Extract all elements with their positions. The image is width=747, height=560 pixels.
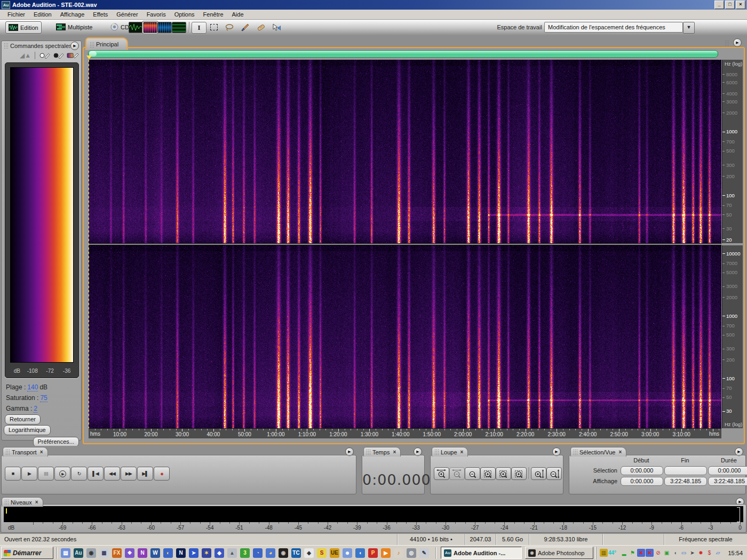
zoom-out-horizontally-button[interactable] (449, 467, 465, 480)
start-button[interactable]: Démarrer (1, 547, 53, 559)
updater-icon[interactable]: ▣ (663, 549, 671, 557)
mozilla-icon[interactable]: ◔ (253, 548, 263, 558)
play-from-cursor-button[interactable]: ▶ (54, 467, 70, 481)
photoshop-icon[interactable]: ◉ (279, 548, 288, 558)
selection-duration-field[interactable]: 0:00.000 (708, 466, 747, 475)
display-settings-icon[interactable]: ▭ (680, 549, 688, 557)
viewer-icon[interactable]: ▲ (227, 548, 237, 558)
mozilla-suite-icon[interactable]: ◕ (266, 548, 275, 558)
ultraedit-icon[interactable]: UE (330, 548, 339, 558)
transport-tab[interactable]: Transport × (3, 447, 48, 457)
opera-icon[interactable]: ◖ (355, 548, 365, 558)
spectrogram-area[interactable] (89, 60, 721, 438)
flip-button[interactable]: Retourner (5, 414, 41, 425)
multipiste-mode-button[interactable]: Multipiste (53, 21, 95, 33)
spectral-frequency-view-button[interactable] (143, 22, 157, 33)
task-button-photoshop[interactable]: ◉ Adobe Photoshop (525, 547, 593, 559)
horizontal-navigator-bar[interactable] (88, 50, 718, 58)
niveaux-tab[interactable]: Niveaux × (2, 497, 43, 507)
minimize-button[interactable]: _ (714, 1, 724, 9)
frequency-scale-right-channel[interactable]: 1000070005000300020001000700500300200100… (722, 245, 743, 428)
zoom-in-horizontally-button[interactable] (434, 467, 449, 480)
main-panel-menu-button[interactable]: ▶ (733, 38, 742, 47)
currency-icon[interactable]: $ (705, 549, 713, 557)
office-app-icon[interactable]: ❖ (125, 548, 134, 558)
media-center-icon[interactable]: ▶ (381, 548, 391, 558)
messenger-icon[interactable]: ☻ (343, 548, 352, 558)
rfx-icon[interactable]: FX (112, 548, 122, 558)
menu-fichier[interactable]: Fichier (3, 10, 29, 19)
loupe-tab[interactable]: Loupe × (432, 447, 468, 457)
logarithmic-button[interactable]: Logarithmique (4, 425, 51, 435)
go-to-beginning-button[interactable]: ▌◀ (88, 467, 104, 481)
panel-menu-button[interactable]: ▶ (70, 42, 79, 50)
starburst-icon[interactable]: ✶ (202, 548, 211, 558)
selection-start-field[interactable]: 0:00.000 (621, 466, 663, 475)
transport-close-icon[interactable]: × (40, 449, 43, 455)
saturation-value[interactable]: 75 (40, 394, 47, 402)
niveaux-close-icon[interactable]: × (35, 499, 38, 505)
netscape-icon[interactable]: N (176, 548, 186, 558)
menu-fenetre[interactable]: Fenêtre (199, 10, 228, 19)
transport-menu-button[interactable]: ▶ (345, 447, 354, 456)
swatch-pen-black-icon[interactable] (53, 52, 65, 60)
swatch-pen-white-icon[interactable] (39, 52, 51, 60)
spectral-pan-view-button[interactable] (157, 22, 172, 33)
loupe-close-icon[interactable]: × (460, 449, 464, 455)
planet-icon[interactable]: ◐ (163, 548, 173, 558)
marquee-selection-tool-button[interactable] (207, 22, 221, 33)
mouse-settings-icon[interactable]: ◖ (671, 549, 679, 557)
spectral-phase-view-button[interactable] (172, 22, 186, 33)
scrub-tool-button[interactable] (269, 22, 283, 33)
level-meter[interactable] (4, 506, 743, 522)
record-button[interactable]: ● (154, 467, 170, 481)
sbp-icon[interactable]: S (317, 548, 327, 558)
menu-edition[interactable]: Edition (29, 10, 56, 19)
menu-generer[interactable]: Générer (112, 10, 142, 19)
zoom-out-full-button[interactable] (465, 467, 480, 480)
playhead-marker[interactable] (86, 55, 92, 59)
menu-options[interactable]: Options (170, 10, 199, 19)
calculator-icon[interactable]: ▦ (99, 548, 109, 558)
selection-view-tab[interactable]: Sélection/Vue × (570, 447, 626, 457)
range-value[interactable]: 140 (27, 383, 38, 391)
go-to-end-button[interactable]: ▶▌ (137, 467, 153, 481)
network-disconnected-icon-2[interactable]: ✖ (646, 549, 654, 557)
network-disconnected-icon[interactable]: ✖ (637, 549, 645, 557)
winamp-icon[interactable]: ♪ (394, 548, 403, 558)
restore-button[interactable]: □ (725, 1, 735, 9)
loupe-menu-button[interactable]: ▶ (552, 447, 561, 456)
selection-view-menu-button[interactable]: ▶ (735, 447, 743, 456)
zoom-in-right-of-selection-button[interactable] (496, 467, 511, 480)
view-end-field[interactable]: 3:22:48.185 (664, 477, 707, 486)
web-editor-icon[interactable]: 3 (240, 548, 250, 558)
temps-tab[interactable]: Temps × (363, 447, 401, 457)
time-ruler[interactable]: 10:0020:0030:0040:0050:001:00:001:10:001… (89, 428, 721, 438)
antivirus-icon[interactable]: ✹ (697, 549, 705, 557)
selection-end-field[interactable] (664, 466, 707, 475)
view-duration-field[interactable]: 3:22:48.185 (708, 477, 747, 486)
close-button[interactable]: × (736, 1, 745, 9)
zoom-in-vertically-button[interactable] (531, 467, 546, 480)
workspace-select[interactable]: Modification de l'espacement des fréquen… (544, 22, 683, 33)
menu-affichage[interactable]: Affichage (56, 10, 89, 19)
badge-icon[interactable]: ◆ (214, 548, 224, 558)
menu-effets[interactable]: Effets (89, 10, 112, 19)
frequency-scale-left-channel[interactable]: 8000600040003000200010007005003002001007… (722, 60, 743, 243)
total-commander-icon[interactable]: TC (291, 548, 301, 558)
keyboard-layout-icon[interactable]: ▤ (61, 548, 70, 558)
task-button-audition[interactable]: Au Adobe Audition -... (441, 547, 522, 559)
minimized-app-icon[interactable]: ▂ (620, 549, 628, 557)
pdf-icon[interactable]: P (368, 548, 378, 558)
spot-healing-brush-tool-button[interactable] (253, 22, 267, 33)
view-start-field[interactable]: 0:00.000 (621, 477, 663, 486)
waveform-view-button[interactable] (129, 22, 143, 33)
stop-button[interactable]: ■ (5, 467, 21, 481)
pointer-tool-icon[interactable]: ➤ (189, 548, 198, 558)
fast-forward-button[interactable]: ▶▶ (121, 467, 137, 481)
window-icon[interactable]: ▱ (714, 549, 722, 557)
spectrogram-right-channel[interactable] (89, 245, 721, 428)
volume-mixer-icon[interactable]: ▥ (600, 549, 608, 557)
temps-close-icon[interactable]: × (393, 449, 396, 455)
blocked-icon[interactable]: ⊘ (654, 549, 662, 557)
